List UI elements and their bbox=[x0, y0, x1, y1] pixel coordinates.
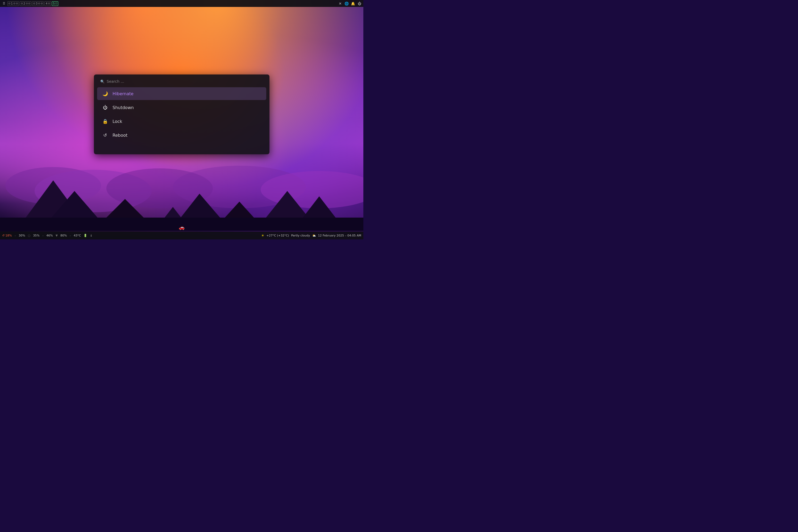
ws4-label: 4 bbox=[45, 2, 48, 5]
cloud-icon: ⛅ bbox=[312, 234, 316, 237]
network-icon[interactable]: 🌐 bbox=[344, 1, 349, 6]
power-menu: 🔍 Search ... 🌙 Hibernate ⏻ Shutdown 🔒 Lo… bbox=[94, 75, 269, 154]
search-placeholder[interactable]: Search ... bbox=[107, 79, 263, 83]
battery-arrow-icon: ↺ bbox=[2, 234, 4, 237]
workspace-2[interactable]: ⊡ 2 ⊡ ⊡ bbox=[20, 1, 32, 6]
bottombar-left: ↺ 18% – 30% ○ 35% – 46% ▼ 80% – 43°C 🔋 ↓ bbox=[2, 234, 92, 237]
ws5-label: 5 bbox=[53, 2, 55, 5]
workspace-3[interactable]: ⊡ 3 ⊡ ⊡ bbox=[32, 1, 44, 6]
battery-percent: 18% bbox=[5, 234, 12, 237]
ws2-icon: ⊡ bbox=[21, 2, 23, 5]
stat-separator-4: ▼ bbox=[56, 234, 58, 237]
hibernate-label: Hibernate bbox=[113, 91, 134, 96]
ws2-label: 2 bbox=[23, 2, 25, 5]
power-icon[interactable]: ⏻ bbox=[357, 1, 362, 6]
mem-stat: 35% bbox=[33, 234, 39, 237]
power-menu-overlay: 🔍 Search ... 🌙 Hibernate ⏻ Shutdown 🔒 Lo… bbox=[0, 0, 363, 240]
reboot-item[interactable]: ↺ Reboot bbox=[97, 129, 266, 141]
topbar-right: ✕ 🌐 🔔 ⏻ bbox=[338, 1, 362, 6]
mem-percent: 35% bbox=[33, 234, 39, 237]
shutdown-label: Shutdown bbox=[113, 105, 134, 110]
temp-stat: 43°C bbox=[74, 234, 81, 237]
search-row: 🔍 Search ... bbox=[97, 78, 266, 85]
hibernate-item[interactable]: 🌙 Hibernate bbox=[97, 87, 266, 100]
bottombar-right: ☀ +27°C (+32°C) Partly cloudy ⛅ 12 Febru… bbox=[261, 233, 361, 238]
ws4-icon: ⊡ bbox=[48, 2, 50, 5]
download-icon: ↓ bbox=[90, 234, 92, 237]
close-icon[interactable]: ✕ bbox=[338, 1, 343, 6]
workspace-switcher: ⊡ 1 ⊡ ⊡ ⊡ 2 ⊡ ⊡ ⊡ 3 ⊡ ⊡ 4 ⊡ 5 bbox=[7, 1, 58, 6]
ws3-icon2: ⊡ bbox=[38, 2, 40, 5]
battery-stat: ↺ 18% bbox=[2, 234, 12, 237]
topbar-left: ⠿ ⊡ 1 ⊡ ⊡ ⊡ 2 ⊡ ⊡ ⊡ 3 ⊡ ⊡ 4 ⊡ bbox=[2, 1, 58, 6]
net-percent: 80% bbox=[60, 234, 67, 237]
lock-icon: 🔒 bbox=[102, 119, 108, 124]
stat-separator-1: – bbox=[15, 234, 16, 237]
topbar: ⠿ ⊡ 1 ⊡ ⊡ ⊡ 2 ⊡ ⊡ ⊡ 3 ⊡ ⊡ 4 ⊡ bbox=[0, 0, 363, 7]
ws3-label: 3 bbox=[36, 2, 38, 5]
shutdown-item[interactable]: ⏻ Shutdown bbox=[97, 101, 266, 114]
cpu-percent: 30% bbox=[19, 234, 25, 237]
bottombar: ↺ 18% – 30% ○ 35% – 46% ▼ 80% – 43°C 🔋 ↓… bbox=[0, 231, 363, 240]
reboot-label: Reboot bbox=[113, 133, 128, 138]
ws1-label: 1 bbox=[11, 2, 13, 5]
stat-separator-2: ○ bbox=[28, 234, 31, 237]
battery-icon: 🔋 bbox=[83, 234, 87, 237]
net-stat: 80% bbox=[60, 234, 67, 237]
workspace-5[interactable]: 5 [] bbox=[52, 1, 58, 6]
datetime-display: 12 February 2025 – 04:05 AM bbox=[318, 234, 361, 237]
stat-separator-3: – bbox=[42, 234, 44, 237]
search-icon: 🔍 bbox=[100, 79, 104, 83]
ws3-icon3: ⊡ bbox=[41, 2, 43, 5]
disk-stat: 46% bbox=[46, 234, 53, 237]
temp-value: 43°C bbox=[74, 234, 81, 237]
temperature-display: +27°C (+32°C) bbox=[267, 234, 289, 237]
ws1-icon: ⊡ bbox=[8, 2, 11, 5]
sun-icon: ☀ bbox=[261, 233, 264, 238]
disk-percent: 46% bbox=[46, 234, 53, 237]
ws3-icon: ⊡ bbox=[33, 2, 35, 5]
weather-condition: Partly cloudy bbox=[291, 234, 310, 237]
ws2-icon3: ⊡ bbox=[28, 2, 30, 5]
stat-separator-5: – bbox=[70, 234, 71, 237]
ws1-icon2: ⊡ bbox=[13, 2, 15, 5]
apps-grid-icon[interactable]: ⠿ bbox=[2, 2, 6, 5]
ws2-icon2: ⊡ bbox=[26, 2, 28, 5]
shutdown-icon: ⏻ bbox=[102, 105, 108, 110]
workspace-1[interactable]: ⊡ 1 ⊡ ⊡ bbox=[7, 1, 19, 6]
ws1-icon3: ⊡ bbox=[16, 2, 18, 5]
lock-label: Lock bbox=[113, 119, 122, 124]
reboot-icon: ↺ bbox=[102, 132, 108, 138]
hibernate-icon: 🌙 bbox=[102, 91, 108, 96]
workspace-4[interactable]: 4 ⊡ bbox=[44, 1, 51, 6]
ws5-icon: [] bbox=[55, 2, 57, 5]
cpu-stat: 30% bbox=[19, 234, 25, 237]
notification-icon[interactable]: 🔔 bbox=[350, 1, 355, 6]
lock-item[interactable]: 🔒 Lock bbox=[97, 115, 266, 128]
